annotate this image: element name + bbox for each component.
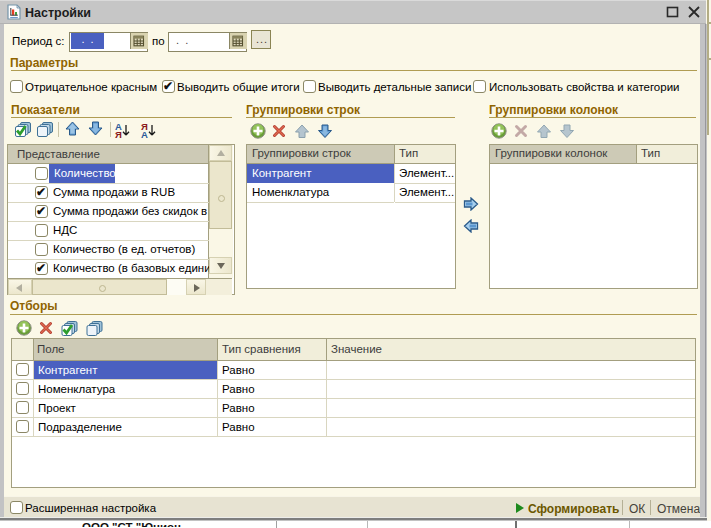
svg-text:А: А: [141, 129, 148, 139]
svg-text:Я: Я: [115, 129, 122, 139]
